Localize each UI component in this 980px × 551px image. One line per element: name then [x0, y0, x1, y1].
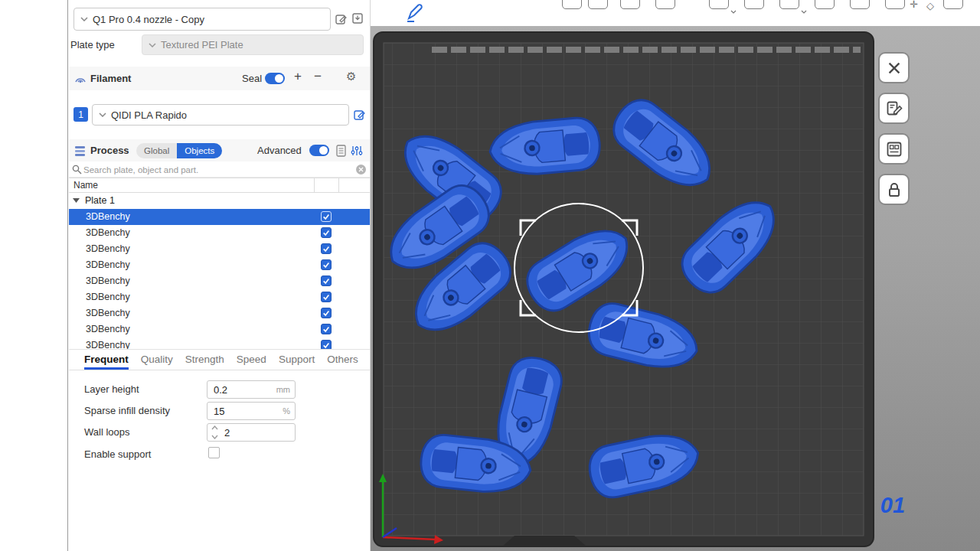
chevron-down-icon[interactable]	[801, 3, 807, 17]
lock-icon	[885, 181, 903, 199]
viewport-3d[interactable]: ✛ ◇ 01	[370, 0, 980, 551]
seal-toggle[interactable]	[265, 73, 285, 84]
object-row[interactable]: 3DBenchy	[69, 305, 370, 321]
object-row[interactable]: 3DBenchy	[69, 225, 370, 241]
object-row-label[interactable]: 3DBenchy	[86, 308, 130, 318]
object-row-label[interactable]: 3DBenchy	[86, 276, 130, 286]
object-row[interactable]: 3DBenchy	[69, 273, 370, 289]
filament-slot-number[interactable]: 1	[74, 107, 88, 122]
tree-collapse-icon[interactable]	[73, 198, 80, 203]
plate-settings-button[interactable]	[878, 133, 910, 165]
check-icon	[322, 309, 330, 317]
tab-strength[interactable]: Strength	[185, 350, 224, 370]
check-icon	[322, 341, 330, 349]
tab-quality[interactable]: Quality	[141, 350, 173, 370]
filament-spool-icon	[74, 72, 87, 86]
scope-global-button[interactable]: Global	[136, 143, 177, 158]
chevron-down-icon[interactable]	[730, 3, 737, 17]
advanced-toggle[interactable]	[309, 145, 329, 156]
scope-objects-button[interactable]: Objects	[177, 143, 222, 158]
toolbar-button-partial[interactable]	[744, 0, 764, 9]
export-preset-icon[interactable]	[351, 12, 364, 24]
add-plate-icon[interactable]: ✛	[910, 0, 918, 10]
object-print-checkbox[interactable]	[321, 340, 332, 349]
object-row-label[interactable]: 3DBenchy	[86, 259, 130, 270]
add-filament-button[interactable]: +	[294, 69, 302, 84]
object-row[interactable]: 3DBenchy	[69, 209, 370, 225]
toolbar-button-partial[interactable]	[709, 0, 729, 9]
printer-preset-value: Q1 Pro 0.4 nozzle - Copy	[93, 14, 204, 25]
object-row[interactable]: 3DBenchy	[69, 321, 370, 337]
plate-tree-label[interactable]: Plate 1	[85, 195, 115, 206]
toolbar-button-partial[interactable]	[620, 0, 640, 9]
object-print-checkbox[interactable]	[321, 292, 332, 302]
name-column-header: Name	[74, 180, 98, 191]
auto-orient-button[interactable]	[878, 93, 910, 124]
toolbar-button-partial[interactable]	[588, 0, 608, 9]
printer-preset-select[interactable]: Q1 Pro 0.4 nozzle - Copy	[74, 8, 331, 31]
layer-height-label: Layer height	[84, 383, 139, 395]
object-row[interactable]: 3DBenchy	[69, 241, 370, 257]
tab-speed[interactable]: Speed	[237, 350, 266, 370]
object-print-checkbox[interactable]	[321, 259, 332, 270]
object-row[interactable]: 3DBenchy	[69, 289, 370, 305]
object-row[interactable]: 3DBenchy	[69, 337, 370, 349]
slicer-app: Q1 Pro 0.4 nozzle - Copy Plate type Text…	[0, 0, 980, 551]
chevron-down-icon	[149, 43, 156, 47]
object-row-label[interactable]: 3DBenchy	[86, 324, 130, 334]
toolbar-button-partial[interactable]	[943, 0, 963, 9]
tab-others[interactable]: Others	[327, 350, 358, 370]
edit-filament-icon[interactable]	[354, 109, 365, 120]
object-row-label[interactable]: 3DBenchy	[86, 340, 130, 349]
remove-filament-button[interactable]: −	[314, 69, 322, 84]
delete-plate-button[interactable]	[878, 52, 910, 83]
toolbar-button-partial[interactable]	[655, 0, 675, 9]
wall-loops-field	[207, 423, 296, 442]
seal-label: Seal	[242, 73, 262, 84]
toolbar-button-partial[interactable]	[850, 0, 870, 9]
object-row-label[interactable]: 3DBenchy	[86, 243, 130, 254]
auto-orient-icon	[885, 99, 903, 118]
toolbar-button-partial[interactable]	[885, 0, 905, 9]
toolbar-button-partial[interactable]	[815, 0, 835, 9]
object-print-checkbox[interactable]	[321, 276, 332, 286]
tab-support[interactable]: Support	[279, 350, 315, 370]
object-print-checkbox[interactable]	[321, 308, 332, 318]
filament-preset-select[interactable]: QIDI PLA Rapido	[92, 104, 349, 126]
settings-tabs: FrequentQualityStrengthSpeedSupportOther…	[69, 349, 370, 370]
sparse-infill-unit: %	[283, 406, 290, 416]
check-icon	[322, 213, 330, 220]
tab-frequent[interactable]: Frequent	[84, 350, 129, 370]
search-input[interactable]	[83, 163, 344, 176]
plate-action-bar	[878, 52, 910, 205]
object-print-checkbox[interactable]	[321, 227, 332, 238]
object-row-label[interactable]: 3DBenchy	[86, 292, 130, 302]
object-row[interactable]: 3DBenchy	[69, 257, 370, 273]
edit-preset-icon[interactable]	[335, 13, 347, 24]
diamond-tool-icon[interactable]: ◇	[926, 0, 934, 11]
toolbar-button-partial[interactable]	[779, 0, 799, 9]
wall-loops-stepper[interactable]	[210, 425, 219, 439]
search-clear-icon[interactable]	[356, 165, 366, 174]
filament-section-title: Filament	[90, 73, 131, 84]
process-filter-icon[interactable]	[351, 145, 363, 157]
object-print-checkbox[interactable]	[321, 243, 332, 254]
process-list-icon[interactable]	[335, 145, 347, 157]
object-print-checkbox[interactable]	[321, 324, 332, 334]
process-section-header: Process Global Objects Advanced	[69, 139, 370, 161]
enable-support-checkbox[interactable]	[208, 447, 220, 458]
object-print-checkbox[interactable]	[321, 211, 332, 222]
sparse-infill-field: %	[207, 402, 296, 420]
lock-plate-button[interactable]	[878, 174, 910, 205]
plate-tree-row[interactable]: Plate 1	[69, 193, 370, 209]
filament-settings-gear-icon[interactable]: ⚙	[346, 70, 356, 83]
object-row-label[interactable]: 3DBenchy	[86, 227, 130, 238]
filament-preset-value: QIDI PLA Rapido	[111, 109, 187, 121]
object-row-label[interactable]: 3DBenchy	[86, 211, 130, 222]
plate-number[interactable]: 01	[873, 493, 913, 518]
wall-loops-input[interactable]	[207, 423, 296, 442]
draw-pencil-icon[interactable]	[404, 3, 424, 26]
column-divider	[338, 178, 339, 192]
plate-type-select[interactable]: Textured PEI Plate	[142, 34, 364, 55]
toolbar-button-partial[interactable]	[562, 0, 582, 9]
